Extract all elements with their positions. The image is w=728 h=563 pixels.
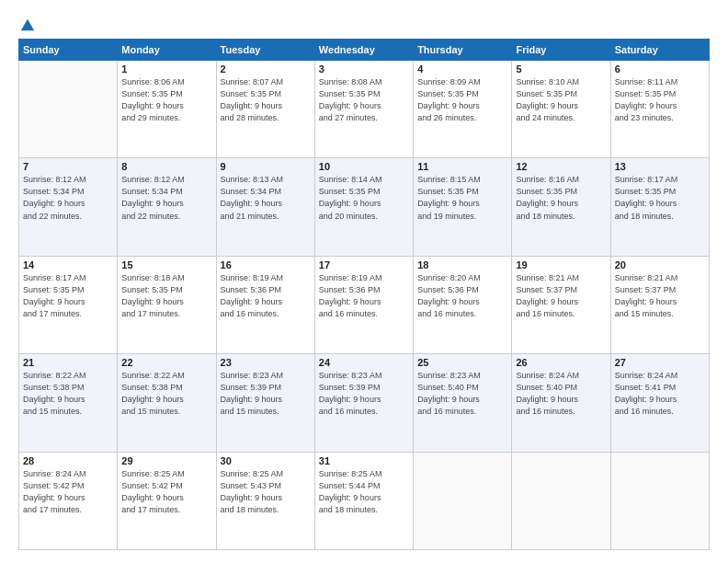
day-number: 17: [319, 259, 409, 270]
calendar-cell: 4Sunrise: 8:09 AM Sunset: 5:35 PM Daylig…: [414, 61, 512, 158]
week-row-5: 28Sunrise: 8:24 AM Sunset: 5:42 PM Dayli…: [19, 452, 710, 549]
day-info: Sunrise: 8:19 AM Sunset: 5:36 PM Dayligh…: [221, 272, 311, 320]
logo: [18, 17, 36, 29]
calendar-cell: 26Sunrise: 8:24 AM Sunset: 5:40 PM Dayli…: [512, 354, 610, 452]
day-info: Sunrise: 8:09 AM Sunset: 5:35 PM Dayligh…: [417, 76, 507, 124]
day-info: Sunrise: 8:08 AM Sunset: 5:35 PM Dayligh…: [319, 76, 409, 124]
day-info: Sunrise: 8:13 AM Sunset: 5:34 PM Dayligh…: [221, 174, 311, 222]
calendar-cell: 12Sunrise: 8:16 AM Sunset: 5:35 PM Dayli…: [512, 158, 610, 256]
day-number: 26: [516, 357, 606, 368]
day-info: Sunrise: 8:17 AM Sunset: 5:35 PM Dayligh…: [615, 174, 705, 222]
calendar-cell: 16Sunrise: 8:19 AM Sunset: 5:36 PM Dayli…: [216, 256, 314, 353]
day-info: Sunrise: 8:18 AM Sunset: 5:35 PM Dayligh…: [121, 272, 211, 320]
week-row-4: 21Sunrise: 8:22 AM Sunset: 5:38 PM Dayli…: [19, 354, 710, 452]
day-number: 14: [23, 259, 113, 270]
day-info: Sunrise: 8:12 AM Sunset: 5:34 PM Dayligh…: [23, 174, 113, 222]
col-header-wednesday: Wednesday: [314, 40, 413, 61]
day-info: Sunrise: 8:17 AM Sunset: 5:35 PM Dayligh…: [23, 272, 113, 320]
day-info: Sunrise: 8:22 AM Sunset: 5:38 PM Dayligh…: [121, 370, 211, 418]
day-number: 4: [417, 63, 507, 75]
day-number: 18: [417, 259, 507, 270]
day-info: Sunrise: 8:24 AM Sunset: 5:40 PM Dayligh…: [516, 370, 606, 418]
day-number: 24: [319, 357, 409, 368]
day-info: Sunrise: 8:24 AM Sunset: 5:42 PM Dayligh…: [23, 468, 113, 516]
day-info: Sunrise: 8:23 AM Sunset: 5:39 PM Dayligh…: [319, 370, 409, 418]
calendar-cell: 8Sunrise: 8:12 AM Sunset: 5:34 PM Daylig…: [118, 158, 216, 256]
col-header-tuesday: Tuesday: [216, 40, 314, 61]
calendar-cell: 20Sunrise: 8:21 AM Sunset: 5:37 PM Dayli…: [610, 256, 709, 353]
day-number: 16: [221, 259, 311, 270]
calendar-cell: [512, 452, 610, 549]
calendar-cell: 24Sunrise: 8:23 AM Sunset: 5:39 PM Dayli…: [314, 354, 413, 452]
page: SundayMondayTuesdayWednesdayThursdayFrid…: [0, 0, 728, 563]
col-header-sunday: Sunday: [19, 40, 118, 61]
calendar-cell: 14Sunrise: 8:17 AM Sunset: 5:35 PM Dayli…: [19, 256, 118, 353]
calendar-cell: 11Sunrise: 8:15 AM Sunset: 5:35 PM Dayli…: [414, 158, 512, 256]
day-info: Sunrise: 8:20 AM Sunset: 5:36 PM Dayligh…: [417, 272, 507, 320]
calendar-cell: 22Sunrise: 8:22 AM Sunset: 5:38 PM Dayli…: [118, 354, 216, 452]
day-number: 7: [23, 161, 113, 172]
header-row: SundayMondayTuesdayWednesdayThursdayFrid…: [19, 40, 710, 61]
day-number: 27: [615, 357, 705, 368]
day-info: Sunrise: 8:10 AM Sunset: 5:35 PM Dayligh…: [516, 76, 606, 124]
calendar-cell: [610, 452, 709, 549]
day-number: 5: [516, 63, 606, 75]
day-info: Sunrise: 8:21 AM Sunset: 5:37 PM Dayligh…: [615, 272, 705, 320]
day-info: Sunrise: 8:24 AM Sunset: 5:41 PM Dayligh…: [615, 370, 705, 418]
calendar-cell: 21Sunrise: 8:22 AM Sunset: 5:38 PM Dayli…: [19, 354, 118, 452]
day-number: 31: [319, 455, 409, 466]
day-number: 28: [23, 455, 113, 466]
week-row-3: 14Sunrise: 8:17 AM Sunset: 5:35 PM Dayli…: [19, 256, 710, 353]
calendar-cell: 15Sunrise: 8:18 AM Sunset: 5:35 PM Dayli…: [118, 256, 216, 353]
day-number: 8: [121, 161, 211, 172]
day-info: Sunrise: 8:22 AM Sunset: 5:38 PM Dayligh…: [23, 370, 113, 418]
day-number: 19: [516, 259, 606, 270]
calendar-cell: [19, 61, 118, 158]
day-info: Sunrise: 8:14 AM Sunset: 5:35 PM Dayligh…: [319, 174, 409, 222]
week-row-2: 7Sunrise: 8:12 AM Sunset: 5:34 PM Daylig…: [19, 158, 710, 256]
day-info: Sunrise: 8:21 AM Sunset: 5:37 PM Dayligh…: [516, 272, 606, 320]
day-info: Sunrise: 8:06 AM Sunset: 5:35 PM Dayligh…: [121, 76, 211, 124]
calendar-cell: 13Sunrise: 8:17 AM Sunset: 5:35 PM Dayli…: [610, 158, 709, 256]
calendar-cell: [414, 452, 512, 549]
calendar-cell: 3Sunrise: 8:08 AM Sunset: 5:35 PM Daylig…: [314, 61, 413, 158]
day-info: Sunrise: 8:25 AM Sunset: 5:44 PM Dayligh…: [319, 468, 409, 516]
day-number: 13: [615, 161, 705, 172]
calendar-cell: 19Sunrise: 8:21 AM Sunset: 5:37 PM Dayli…: [512, 256, 610, 353]
day-info: Sunrise: 8:25 AM Sunset: 5:43 PM Dayligh…: [221, 468, 311, 516]
col-header-friday: Friday: [512, 40, 610, 61]
day-number: 11: [417, 161, 507, 172]
day-number: 30: [221, 455, 311, 466]
calendar-cell: 2Sunrise: 8:07 AM Sunset: 5:35 PM Daylig…: [216, 61, 314, 158]
day-number: 20: [615, 259, 705, 270]
day-number: 10: [319, 161, 409, 172]
calendar-cell: 9Sunrise: 8:13 AM Sunset: 5:34 PM Daylig…: [216, 158, 314, 256]
calendar-cell: 7Sunrise: 8:12 AM Sunset: 5:34 PM Daylig…: [19, 158, 118, 256]
calendar-cell: 29Sunrise: 8:25 AM Sunset: 5:42 PM Dayli…: [118, 452, 216, 549]
calendar-table: SundayMondayTuesdayWednesdayThursdayFrid…: [18, 39, 710, 550]
col-header-thursday: Thursday: [414, 40, 512, 61]
calendar-cell: 1Sunrise: 8:06 AM Sunset: 5:35 PM Daylig…: [118, 61, 216, 158]
day-info: Sunrise: 8:15 AM Sunset: 5:35 PM Dayligh…: [417, 174, 507, 222]
svg-marker-0: [21, 19, 34, 31]
header: [18, 17, 710, 29]
day-info: Sunrise: 8:25 AM Sunset: 5:42 PM Dayligh…: [121, 468, 211, 516]
calendar-cell: 25Sunrise: 8:23 AM Sunset: 5:40 PM Dayli…: [414, 354, 512, 452]
day-info: Sunrise: 8:23 AM Sunset: 5:39 PM Dayligh…: [221, 370, 311, 418]
col-header-saturday: Saturday: [610, 40, 709, 61]
calendar-cell: 17Sunrise: 8:19 AM Sunset: 5:36 PM Dayli…: [314, 256, 413, 353]
day-number: 1: [121, 63, 211, 75]
day-number: 2: [221, 63, 311, 75]
day-info: Sunrise: 8:11 AM Sunset: 5:35 PM Dayligh…: [615, 76, 705, 124]
calendar-cell: 18Sunrise: 8:20 AM Sunset: 5:36 PM Dayli…: [414, 256, 512, 353]
calendar-cell: 23Sunrise: 8:23 AM Sunset: 5:39 PM Dayli…: [216, 354, 314, 452]
calendar-cell: 6Sunrise: 8:11 AM Sunset: 5:35 PM Daylig…: [610, 61, 709, 158]
day-number: 3: [319, 63, 409, 75]
calendar-cell: 10Sunrise: 8:14 AM Sunset: 5:35 PM Dayli…: [314, 158, 413, 256]
day-number: 29: [121, 455, 211, 466]
day-info: Sunrise: 8:19 AM Sunset: 5:36 PM Dayligh…: [319, 272, 409, 320]
calendar-cell: 31Sunrise: 8:25 AM Sunset: 5:44 PM Dayli…: [314, 452, 413, 549]
calendar-cell: 28Sunrise: 8:24 AM Sunset: 5:42 PM Dayli…: [19, 452, 118, 549]
col-header-monday: Monday: [118, 40, 216, 61]
day-info: Sunrise: 8:16 AM Sunset: 5:35 PM Dayligh…: [516, 174, 606, 222]
